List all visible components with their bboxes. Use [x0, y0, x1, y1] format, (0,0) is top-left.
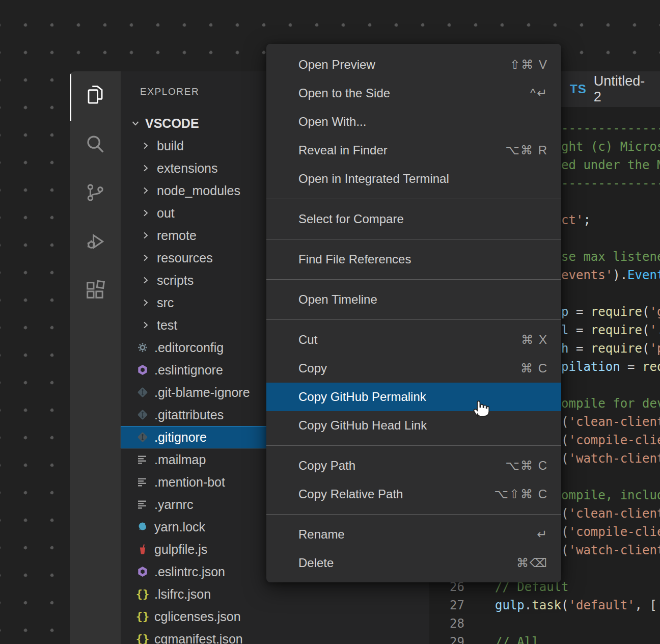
context-menu: Open Preview⇧⌘ VOpen to the Side^↵Open W…: [266, 44, 561, 582]
menu-item-label: Open Timeline: [298, 292, 377, 307]
file-label: .gitattributes: [154, 408, 224, 422]
folder-label: scripts: [157, 273, 194, 288]
tree-file-lsifrc-json[interactable]: {}.lsifrc.json: [121, 583, 429, 605]
menu-item-label: Copy GitHub Permalink: [298, 390, 426, 404]
chevron-down-icon: [130, 118, 141, 128]
menu-item-shortcut: ⌥⇧⌘ C: [494, 487, 548, 501]
activity-bar-item-source-control[interactable]: [70, 169, 121, 218]
git-file-icon: [136, 431, 149, 443]
braces-file-icon: {}: [136, 588, 149, 600]
menu-item-label: Select for Compare: [298, 212, 404, 226]
workspace-label: VSCODE: [145, 116, 199, 131]
tab-untitled-2[interactable]: TS Untitled-2: [557, 71, 660, 107]
menu-item-open-to-the-side[interactable]: Open to the Side^↵: [266, 79, 561, 108]
lines-file-icon: [136, 453, 149, 466]
chevron-right-icon: [141, 141, 151, 151]
gulp-file-icon: [136, 543, 149, 555]
menu-item-label: Open in Integrated Terminal: [298, 172, 449, 186]
menu-item-copy-relative-path[interactable]: Copy Relative Path⌥⇧⌘ C: [266, 480, 561, 508]
line-number: 29: [429, 633, 464, 644]
explorer-icon: [84, 83, 107, 109]
tree-file-cglicenses-json[interactable]: {}cglicenses.json: [121, 605, 429, 628]
menu-item-find-file-references[interactable]: Find File References: [266, 245, 561, 274]
file-label: .git-blame-ignore: [154, 385, 250, 400]
menu-item-label: Copy GitHub Head Link: [298, 418, 427, 433]
line-number: 27: [429, 596, 464, 614]
menu-item-open-preview[interactable]: Open Preview⇧⌘ V: [266, 50, 561, 79]
chevron-right-icon: [141, 275, 151, 285]
extensions-icon: [84, 279, 107, 304]
eslint-file-icon: [136, 566, 149, 578]
lines-file-icon: [136, 476, 149, 488]
activity-bar-item-search[interactable]: [70, 120, 121, 169]
file-label: .editorconfig: [154, 340, 224, 355]
menu-item-copy-github-head-link[interactable]: Copy GitHub Head Link: [266, 411, 561, 440]
eslint-file-icon: [136, 364, 149, 376]
git-file-icon: [136, 386, 149, 398]
menu-item-shortcut: ⌥⌘ C: [505, 459, 548, 473]
menu-item-label: Find File References: [298, 252, 411, 266]
code-line: 28: [429, 614, 660, 633]
menu-item-label: Rename: [298, 527, 345, 542]
file-label: .yarnrc: [154, 497, 193, 512]
file-label: .mention-bot: [154, 475, 225, 490]
code-line: 27gulp.task('default', ['compile']);: [429, 596, 660, 614]
menu-separator: [266, 514, 561, 515]
menu-item-shortcut: ⌥⌘ R: [505, 143, 548, 157]
menu-item-copy-github-permalink[interactable]: Copy GitHub Permalink: [266, 383, 561, 411]
sidebar-title: EXPLORER: [140, 86, 199, 97]
search-icon: [84, 132, 107, 157]
file-label: .lsifrc.json: [154, 587, 211, 602]
menu-item-copy[interactable]: Copy⌘ C: [266, 354, 561, 383]
braces-file-icon: {}: [136, 633, 149, 644]
folder-label: src: [157, 296, 174, 310]
file-label: .gitignore: [154, 430, 207, 445]
braces-file-icon: {}: [136, 610, 149, 623]
folder-label: resources: [157, 251, 213, 265]
source-control-icon: [84, 181, 107, 206]
menu-item-copy-path[interactable]: Copy Path⌥⌘ C: [266, 451, 561, 480]
folder-label: remote: [157, 228, 197, 243]
menu-item-open-with[interactable]: Open With...: [266, 108, 561, 136]
chevron-right-icon: [141, 253, 151, 263]
menu-item-delete[interactable]: Delete⌘⌫: [266, 549, 561, 577]
file-label: cglicenses.json: [154, 609, 241, 624]
activity-bar-item-explorer[interactable]: [70, 71, 121, 120]
menu-item-shortcut: ⌘ C: [520, 361, 548, 375]
menu-item-select-for-compare[interactable]: Select for Compare: [266, 205, 561, 233]
file-label: gulpfile.js: [154, 542, 207, 557]
menu-item-open-in-integrated-terminal[interactable]: Open in Integrated Terminal: [266, 165, 561, 193]
menu-item-shortcut: ⇧⌘ V: [510, 58, 548, 72]
lines-file-icon: [136, 498, 149, 511]
menu-item-open-timeline[interactable]: Open Timeline: [266, 285, 561, 314]
file-label: .eslintignore: [154, 363, 223, 378]
menu-separator: [266, 319, 561, 320]
menu-item-label: Cut: [298, 333, 317, 347]
folder-label: node_modules: [157, 183, 240, 198]
menu-item-shortcut: ⌘⌫: [516, 556, 548, 570]
menu-item-reveal-in-finder[interactable]: Reveal in Finder⌥⌘ R: [266, 136, 561, 165]
chevron-right-icon: [141, 320, 151, 330]
menu-item-cut[interactable]: Cut⌘ X: [266, 326, 561, 354]
folder-label: extensions: [157, 161, 218, 176]
menu-item-label: Open Preview: [298, 58, 375, 72]
menu-item-shortcut: ^↵: [530, 86, 548, 100]
menu-separator: [266, 445, 561, 446]
folder-label: test: [157, 318, 177, 333]
menu-item-label: Open to the Side: [298, 86, 390, 100]
menu-item-label: Copy Relative Path: [298, 487, 403, 501]
activity-bar-item-run-and-debug[interactable]: [70, 218, 121, 267]
code-line: 29// All: [429, 633, 660, 644]
menu-item-label: Reveal in Finder: [298, 143, 388, 157]
menu-item-rename[interactable]: Rename↵: [266, 520, 561, 549]
activity-bar-item-extensions[interactable]: [70, 267, 121, 316]
menu-item-label: Delete: [298, 556, 334, 570]
tree-file-cgmanifest-json[interactable]: {}cgmanifest.json: [121, 628, 429, 644]
yarn-file-icon: [136, 521, 149, 533]
file-label: cgmanifest.json: [154, 632, 243, 644]
menu-item-shortcut: ↵: [537, 527, 548, 542]
menu-item-label: Copy: [298, 361, 327, 375]
file-label: .mailmap: [154, 452, 206, 467]
gear-file-icon: [136, 341, 149, 354]
chevron-right-icon: [141, 185, 151, 196]
